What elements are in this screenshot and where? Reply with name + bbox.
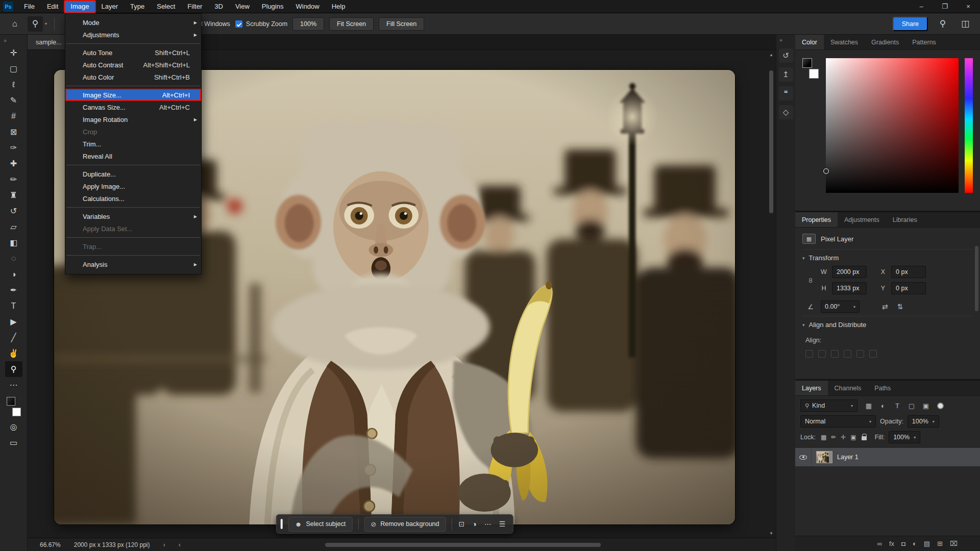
menu-item[interactable]: Trap... <box>65 240 201 253</box>
expand-panels-icon[interactable]: « <box>776 37 782 43</box>
layer-row-selected[interactable]: Layer 1 <box>795 448 980 466</box>
panel-tab[interactable]: Adjustments <box>838 212 886 227</box>
y-input[interactable]: 0 px <box>891 282 926 294</box>
menu-item[interactable]: Duplicate... <box>65 168 201 180</box>
menubar-item[interactable]: File <box>18 1 40 12</box>
panel-tab[interactable]: Gradients <box>865 35 905 49</box>
taskbar-drag-handle[interactable] <box>281 519 283 529</box>
x-input[interactable]: 0 px <box>891 266 926 278</box>
flip-vertical-icon[interactable]: ⇅ <box>897 303 903 311</box>
new-layer-icon[interactable]: ⊞ <box>937 540 943 547</box>
panel-tab[interactable]: Channels <box>828 381 868 395</box>
menubar-item[interactable]: Plugins <box>256 1 289 12</box>
layer-filtering-toggle[interactable] <box>937 403 944 409</box>
properties-scroll-thumb[interactable] <box>975 246 978 311</box>
transform-section-header[interactable]: ▾ Transform <box>802 249 973 266</box>
menu-item[interactable]: Image Rotation ▶ <box>65 113 201 126</box>
panel-tab[interactable]: Swatches <box>824 35 865 49</box>
align-section-header[interactable]: ▾ Align and Distribute <box>802 316 973 333</box>
background-color-swatch[interactable] <box>12 408 21 416</box>
menubar-item[interactable]: View <box>230 1 255 12</box>
marquee-tool-icon[interactable]: ▢ <box>5 61 22 77</box>
menu-item[interactable]: Analysis ▶ <box>65 258 201 270</box>
eraser-tool-icon[interactable]: ▱ <box>5 219 22 235</box>
fit-screen-button[interactable]: Fit Screen <box>329 17 374 31</box>
panel-tab[interactable]: Libraries <box>886 212 924 227</box>
transform-image-icon[interactable]: ⊡ <box>458 520 466 528</box>
foreground-color-swatch[interactable] <box>802 58 812 68</box>
fill-input[interactable]: 100% ▾ <box>889 431 920 443</box>
document-tab[interactable]: sample... <box>28 35 70 49</box>
fill-screen-button[interactable]: Fill Screen <box>379 17 424 31</box>
layer-effects-icon[interactable]: fx <box>889 540 894 547</box>
menu-item[interactable]: Auto Color Shift+Ctrl+B <box>65 71 201 83</box>
status-chevron-right-icon[interactable]: › <box>163 541 165 548</box>
gradient-tool-icon[interactable]: ◧ <box>5 235 22 251</box>
zoom-tool-icon[interactable]: ⚲ <box>5 361 22 377</box>
menu-item[interactable]: Trim... <box>65 138 201 150</box>
crop-tool-icon[interactable]: # <box>5 108 22 124</box>
history-brush-tool-icon[interactable]: ↺ <box>5 203 22 219</box>
menu-item[interactable]: Apply Data Set... <box>65 222 201 235</box>
rotation-input[interactable]: 0.00° ▾ <box>821 300 860 313</box>
blur-tool-icon[interactable]: ◌ <box>5 251 22 266</box>
menubar-item[interactable]: Filter <box>182 1 208 12</box>
history-panel-icon[interactable]: ↺ <box>779 48 793 63</box>
menubar-item[interactable]: 3D <box>209 1 229 12</box>
remove-background-button[interactable]: ⊘ Remove background <box>364 517 446 532</box>
healing-brush-tool-icon[interactable]: ✚ <box>5 156 22 171</box>
brush-tool-icon[interactable]: ✏ <box>5 171 22 187</box>
panel-tab[interactable]: Layers <box>795 381 828 395</box>
hue-slider[interactable] <box>965 58 973 193</box>
share-button[interactable]: Share <box>893 17 928 31</box>
scrubby-zoom-option[interactable]: Scrubby Zoom <box>235 20 287 28</box>
vertical-scrollbar[interactable]: ▴ ▾ <box>768 51 775 537</box>
zoom-level[interactable]: 66.67% <box>40 541 61 548</box>
link-dimensions-icon[interactable]: 8 <box>805 266 816 294</box>
menu-item[interactable]: Calculations... <box>65 192 201 205</box>
menu-item[interactable]: Apply Image... <box>65 180 201 192</box>
menu-item[interactable]: Adjustments ▶ <box>65 29 201 41</box>
lock-pixels-icon[interactable]: ✏ <box>831 434 836 441</box>
panel-tab[interactable]: Paths <box>868 381 897 395</box>
width-input[interactable]: 2000 px <box>832 266 867 278</box>
restore-icon[interactable]: ❐ <box>933 0 957 13</box>
line-tool-icon[interactable]: ╱ <box>5 330 22 345</box>
menubar-item[interactable]: Layer <box>96 1 124 12</box>
materials-panel-icon[interactable]: ◇ <box>779 105 793 119</box>
adjustments-preset-icon[interactable]: ◑ <box>471 520 477 528</box>
scroll-up-icon[interactable]: ▴ <box>768 51 775 58</box>
flip-horizontal-icon[interactable]: ⇄ <box>882 303 888 311</box>
collapse-tools-icon[interactable]: » <box>0 36 10 45</box>
smart-object-filter-icon[interactable]: ▣ <box>920 400 932 411</box>
lasso-tool-icon[interactable]: ℓ <box>5 77 22 92</box>
shape-filter-icon[interactable]: ▢ <box>906 400 917 411</box>
menu-item[interactable]: Canvas Size... Alt+Ctrl+C <box>65 101 201 113</box>
search-icon[interactable]: ⚲ <box>935 16 950 32</box>
menubar-item[interactable]: Edit <box>41 1 64 12</box>
menubar-item[interactable]: Select <box>151 1 181 12</box>
type-filter-icon[interactable]: T <box>892 400 903 411</box>
menu-item[interactable]: Crop <box>65 126 201 138</box>
lock-artboard-icon[interactable]: ▣ <box>850 434 856 441</box>
clone-stamp-tool-icon[interactable]: ♜ <box>5 187 22 203</box>
height-input[interactable]: 1333 px <box>832 282 867 294</box>
quick-mask-icon[interactable]: ◎ <box>5 419 22 435</box>
scroll-down-icon[interactable]: ▾ <box>768 530 775 537</box>
panel-tab[interactable]: Color <box>795 35 824 49</box>
adjustment-layer-icon[interactable]: ◐ <box>913 540 917 547</box>
vertical-scroll-thumb[interactable] <box>769 70 773 213</box>
home-icon[interactable]: ⌂ <box>7 16 22 32</box>
tool-preset-caret-icon[interactable]: ▾ <box>45 21 47 26</box>
scrubby-zoom-checkbox[interactable] <box>235 20 242 28</box>
menu-item[interactable]: Mode ▶ <box>65 16 201 29</box>
menu-item[interactable]: Reveal All <box>65 150 201 162</box>
pen-tool-icon[interactable]: ✒ <box>5 282 22 298</box>
background-color-swatch[interactable] <box>809 69 819 79</box>
menu-item[interactable]: Auto Contrast Alt+Shift+Ctrl+L <box>65 59 201 71</box>
menubar-item[interactable]: Type <box>125 1 150 12</box>
pixel-filter-icon[interactable]: ▦ <box>863 400 874 411</box>
foreground-background-swatches[interactable] <box>5 396 22 417</box>
lock-all-icon[interactable] <box>862 436 867 440</box>
menubar-item[interactable]: Help <box>326 1 351 12</box>
